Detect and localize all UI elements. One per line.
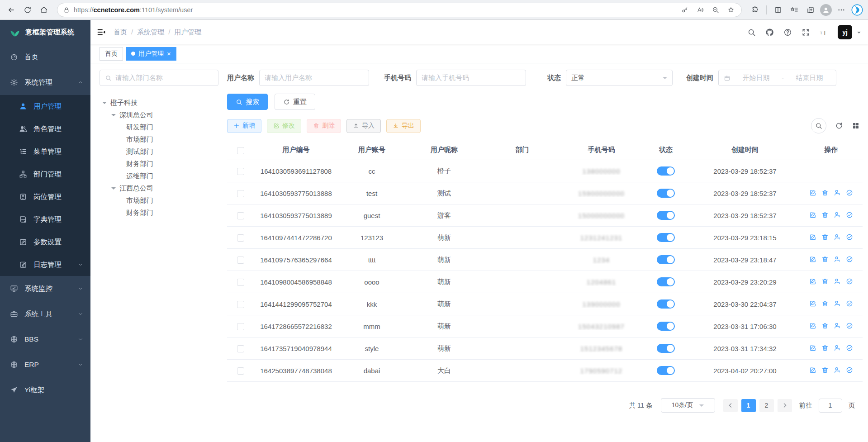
tree-node[interactable]: 财务部门 [100,207,218,219]
import-button[interactable]: 导入 [346,119,381,133]
row-checkbox[interactable] [237,168,244,175]
page-tab[interactable]: 首页 [100,47,123,61]
row-checkbox[interactable] [237,323,244,330]
assign-role-icon[interactable] [846,256,853,263]
github-icon[interactable] [765,28,774,37]
tree-node[interactable]: 橙子科技 [100,97,218,109]
lock-icon[interactable] [63,6,70,14]
edit-icon[interactable] [809,278,816,285]
tree-node[interactable]: 财务部门 [100,158,218,170]
search-icon[interactable] [747,28,756,37]
department-search-input[interactable]: 请输入部门名称 [100,70,218,86]
search-button[interactable]: 搜索 [227,94,268,110]
status-select[interactable]: 正常 [566,70,673,86]
collections-icon[interactable] [787,3,801,17]
home-icon[interactable] [37,3,51,17]
close-icon[interactable]: × [167,50,171,57]
date-range-picker[interactable]: 开始日期 - 结束日期 [718,70,836,86]
assign-role-icon[interactable] [846,300,853,307]
browser-profile-avatar[interactable] [820,4,832,16]
delete-button[interactable]: 删除 [307,119,341,133]
more-menu-icon[interactable] [835,3,848,17]
page-tab[interactable]: 用户管理 × [126,47,176,61]
tree-caret-icon[interactable] [102,102,107,106]
row-checkbox[interactable] [237,279,244,286]
table-refresh-icon[interactable] [835,122,843,130]
sidebar-item[interactable]: Yi框架 [0,377,90,403]
user-avatar[interactable]: yj [838,25,852,39]
status-toggle[interactable] [657,211,675,220]
tree-caret-icon[interactable] [111,187,116,192]
row-checkbox[interactable] [237,234,244,242]
page-number-button[interactable]: 2 [759,399,774,412]
add-tab-collection-icon[interactable] [804,3,817,17]
row-checkbox[interactable] [237,367,244,375]
trash-icon[interactable] [821,366,829,374]
edit-icon[interactable] [809,344,816,352]
row-checkbox[interactable] [237,301,244,308]
assign-role-icon[interactable] [846,278,853,285]
edit-icon[interactable] [809,256,816,263]
assign-role-icon[interactable] [846,211,853,219]
status-toggle[interactable] [657,299,675,309]
assign-role-icon[interactable] [846,189,853,196]
favorite-icon[interactable] [725,4,737,16]
copilot-icon[interactable] [851,4,863,16]
sidebar-item[interactable]: 岗位管理 [0,185,90,208]
sidebar-item[interactable]: 首页 [0,44,90,70]
status-toggle[interactable] [657,277,675,286]
trash-icon[interactable] [821,211,829,219]
edit-icon[interactable] [809,233,816,241]
reset-password-icon[interactable] [834,211,841,219]
trash-icon[interactable] [821,300,829,307]
tree-node[interactable]: 市场部门 [100,195,218,207]
trash-icon[interactable] [821,322,829,329]
sidebar-item[interactable]: 用户管理 [0,95,90,118]
url-text[interactable]: https://ccnetcore.com:1101/system/user [74,6,675,14]
sidebar-item[interactable]: 部门管理 [0,163,90,185]
breadcrumb-item[interactable]: 首页 [114,28,127,36]
fullscreen-icon[interactable] [802,28,810,37]
zoom-out-icon[interactable] [710,4,721,16]
reset-password-icon[interactable] [834,256,841,263]
reset-button[interactable]: 重置 [275,94,315,110]
reset-password-icon[interactable] [834,322,841,329]
row-checkbox[interactable] [237,190,244,197]
breadcrumb-item[interactable]: 系统管理 [137,28,164,36]
tree-caret-icon[interactable] [111,114,116,119]
read-aloud-icon[interactable] [694,4,706,16]
sidebar-fold-icon[interactable] [96,27,106,37]
username-input[interactable]: 请输入用户名称 [259,70,369,86]
reset-password-icon[interactable] [834,366,841,374]
help-icon[interactable] [783,28,792,37]
edit-icon[interactable] [809,366,816,374]
trash-icon[interactable] [821,256,829,263]
select-all-checkbox[interactable] [237,147,244,154]
page-number-button[interactable]: 1 [741,399,756,412]
assign-role-icon[interactable] [846,344,853,352]
trash-icon[interactable] [821,278,829,285]
status-toggle[interactable] [657,344,675,353]
status-toggle[interactable] [657,255,675,264]
sidebar-item[interactable]: 日志管理 [0,253,90,276]
export-button[interactable]: 导出 [386,119,421,133]
tree-node[interactable]: 运维部门 [100,170,218,182]
app-logo[interactable]: 意框架管理系统 [0,20,90,44]
address-bar[interactable]: https://ccnetcore.com:1101/system/user [57,3,742,17]
breadcrumb-item[interactable]: 用户管理 [174,28,201,36]
table-search-icon[interactable] [811,118,826,133]
column-settings-icon[interactable] [852,122,860,130]
trash-icon[interactable] [821,233,829,241]
tree-node[interactable]: 研发部门 [100,121,218,133]
sidebar-item[interactable]: 角色管理 [0,118,90,140]
sidebar-item[interactable]: 系统工具 [0,301,90,327]
edit-icon[interactable] [809,322,816,329]
password-icon[interactable] [679,4,691,16]
sidebar-item[interactable]: BBS [0,327,90,352]
status-toggle[interactable] [657,366,675,375]
tree-node[interactable]: 测试部门 [100,146,218,158]
assign-role-icon[interactable] [846,366,853,374]
avatar-caret-down-icon[interactable] [857,32,861,35]
edit-button[interactable]: 修改 [267,119,301,133]
font-size-icon[interactable]: TT [820,28,828,37]
